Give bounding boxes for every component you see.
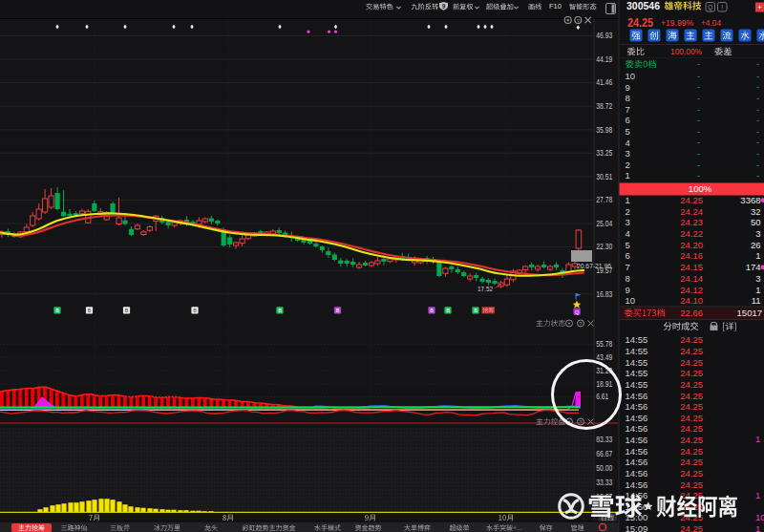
svg-text:24.25: 24.25 — [680, 401, 703, 412]
svg-text:14:55: 14:55 — [626, 368, 648, 378]
svg-text:-: - — [756, 148, 759, 159]
svg-text:-: - — [697, 81, 700, 92]
svg-text:B: B — [193, 308, 197, 313]
svg-text:46.93: 46.93 — [596, 32, 612, 40]
svg-text:-: - — [697, 71, 700, 81]
svg-text:B: B — [88, 308, 92, 313]
svg-text:B: B — [125, 308, 129, 313]
svg-text:10: 10 — [755, 512, 764, 522]
svg-text:15:00: 15:00 — [626, 512, 648, 522]
svg-text:24.25: 24.25 — [680, 423, 703, 434]
svg-text:24.25: 24.25 — [680, 346, 703, 356]
svg-text:24.25: 24.25 — [627, 16, 653, 30]
svg-text:-: - — [697, 115, 700, 125]
svg-text:66.67: 66.67 — [596, 450, 612, 458]
svg-text:-: - — [756, 104, 759, 115]
svg-text:14:56: 14:56 — [626, 435, 648, 445]
svg-text:14:56: 14:56 — [626, 457, 648, 467]
svg-text:5: 5 — [626, 240, 630, 250]
svg-text:1: 1 — [755, 523, 760, 532]
svg-text:8: 8 — [626, 93, 630, 103]
svg-text:9: 9 — [442, 3, 446, 10]
svg-text:1: 1 — [755, 434, 760, 444]
svg-text:-: - — [756, 115, 759, 125]
svg-text:1: 1 — [626, 170, 630, 181]
svg-text:-: - — [697, 137, 700, 147]
svg-text:B: B — [278, 308, 282, 313]
svg-text:17.52: 17.52 — [478, 285, 493, 293]
svg-text:8: 8 — [626, 273, 630, 284]
svg-text:4: 4 — [626, 228, 630, 239]
svg-text:100%: 100% — [689, 183, 712, 194]
svg-text:25.04: 25.04 — [596, 220, 612, 228]
svg-text:14:56: 14:56 — [626, 413, 648, 423]
svg-text:3: 3 — [755, 228, 760, 239]
svg-text:-: - — [756, 58, 759, 69]
svg-text:9: 9 — [626, 82, 630, 93]
svg-text:24.25: 24.25 — [680, 357, 703, 368]
svg-text:-: - — [697, 160, 700, 170]
svg-text:1: 1 — [755, 250, 760, 261]
svg-text:24.12: 24.12 — [680, 285, 703, 295]
svg-text:14:55: 14:55 — [626, 357, 648, 368]
svg-text:14:56: 14:56 — [626, 391, 648, 401]
svg-text:24.25: 24.25 — [680, 391, 703, 401]
svg-text:1: 1 — [755, 285, 760, 295]
svg-text:14:56: 14:56 — [626, 446, 648, 457]
svg-text:11: 11 — [752, 295, 761, 306]
svg-text:50.00: 50.00 — [596, 464, 612, 473]
svg-text:38.72: 38.72 — [596, 102, 612, 111]
svg-text:16.83: 16.83 — [596, 290, 612, 299]
svg-text:-: - — [756, 160, 759, 170]
svg-text:-: - — [756, 81, 759, 92]
svg-text:14:56: 14:56 — [626, 468, 648, 479]
svg-text:14:55: 14:55 — [626, 346, 648, 356]
svg-text:44.19: 44.19 — [596, 55, 612, 64]
svg-text:24.25: 24.25 — [680, 334, 703, 345]
svg-text:24.25: 24.25 — [680, 379, 703, 390]
svg-text:-: - — [756, 137, 759, 147]
svg-text:15017: 15017 — [737, 308, 762, 318]
svg-text:+4.04: +4.04 — [701, 17, 721, 28]
svg-text:24.14: 24.14 — [680, 273, 703, 284]
svg-text:14:56: 14:56 — [626, 401, 648, 412]
svg-text:24.20: 24.20 — [680, 240, 703, 250]
svg-text:-: - — [756, 170, 759, 181]
svg-text:24.10: 24.10 — [680, 295, 703, 306]
svg-text:3: 3 — [626, 148, 630, 159]
svg-text:5: 5 — [626, 126, 630, 137]
svg-text:Q: Q — [708, 4, 712, 11]
svg-text:1: 1 — [755, 490, 760, 500]
svg-text:-: - — [697, 104, 700, 115]
svg-text:43.49: 43.49 — [596, 353, 612, 362]
svg-text:6.61: 6.61 — [596, 393, 608, 401]
svg-text:-: - — [697, 126, 700, 137]
svg-text:-: - — [756, 126, 759, 137]
svg-text:24.25: 24.25 — [680, 435, 703, 445]
svg-text:3368: 3368 — [740, 195, 760, 205]
svg-text:50: 50 — [751, 217, 761, 227]
svg-text:3: 3 — [755, 273, 760, 284]
svg-text:2: 2 — [626, 160, 630, 170]
svg-text:6: 6 — [626, 250, 630, 261]
svg-text:24.24: 24.24 — [680, 206, 703, 217]
svg-text:6: 6 — [626, 115, 630, 125]
svg-text:24.25: 24.25 — [680, 413, 703, 423]
svg-text:B: B — [474, 308, 478, 313]
svg-text:24.16: 24.16 — [680, 250, 703, 261]
svg-text:24.25: 24.25 — [680, 457, 703, 467]
svg-text:14:55: 14:55 — [626, 379, 648, 390]
svg-text:14:55: 14:55 — [626, 334, 648, 345]
svg-text:10: 10 — [626, 71, 636, 81]
svg-text:-: - — [697, 93, 700, 103]
svg-text:24.22: 24.22 — [680, 228, 703, 239]
svg-text:-: - — [697, 58, 700, 69]
svg-text:14:56: 14:56 — [626, 423, 648, 434]
svg-text:24.15: 24.15 — [680, 262, 703, 272]
svg-text:1: 1 — [626, 195, 630, 205]
svg-text:83.33: 83.33 — [596, 436, 612, 444]
svg-text:55.78: 55.78 — [596, 340, 612, 349]
svg-text:-: - — [756, 93, 759, 103]
svg-text:18.91: 18.91 — [596, 380, 612, 389]
svg-text:24.25: 24.25 — [680, 479, 703, 490]
